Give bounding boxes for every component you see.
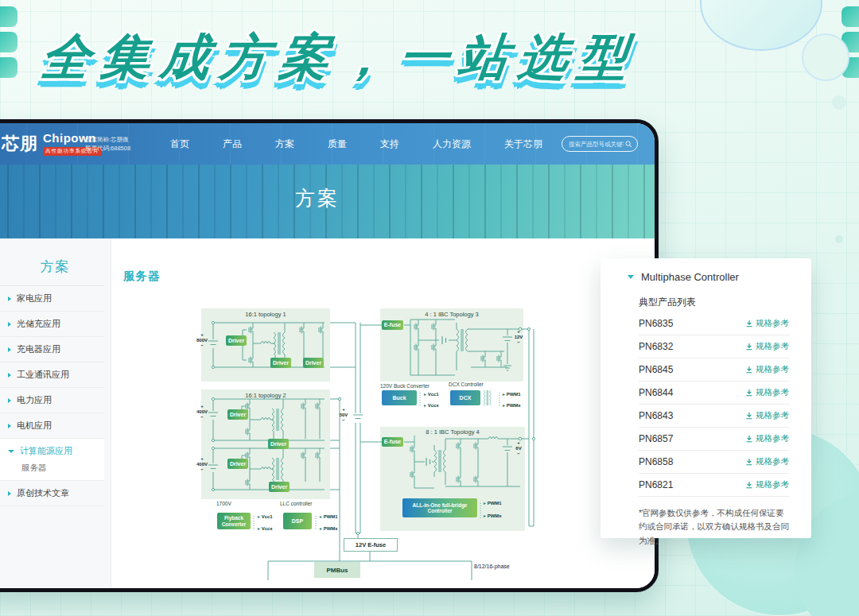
product-name: PN6858 [639, 456, 673, 467]
main-nav: 首页 产品 方案 质量 支持 人力资源 关于芯朋 [170, 123, 542, 165]
phase-label: 8/12/16-phase [474, 564, 510, 569]
banner-title: 方案 [270, 185, 365, 211]
product-row[interactable]: PN6845 规格参考 [639, 358, 789, 382]
stock-code: 股票代码:688508 [85, 144, 130, 153]
allinone-controller-chip: ALL-in-One full-bridge Controller [402, 498, 477, 517]
download-icon [745, 458, 753, 466]
product-panel-header[interactable]: Multiphase Controller [628, 271, 789, 283]
product-name: PN6835 [639, 318, 673, 329]
sidebar-item-industrial[interactable]: 工业通讯应用 [0, 362, 104, 388]
allinone-output-pwm1: PWM1 [484, 500, 502, 506]
product-panel: Multiphase Controller 典型产品列表 PN6835 规格参考… [601, 258, 811, 538]
allinone-output-pwmx: PWMx [484, 513, 502, 518]
nav-hr[interactable]: 人力资源 [433, 138, 471, 151]
product-name: PN6844 [639, 387, 673, 398]
chevron-right-icon [8, 424, 11, 428]
search-input[interactable] [567, 140, 625, 149]
voltage-800v: +800V− [192, 332, 212, 349]
sidebar-item-charger[interactable]: 充电器应用 [0, 337, 104, 362]
sidebar-item-home-appliance[interactable]: 家电应用 [0, 286, 104, 312]
product-row[interactable]: PN6835 规格参考 [639, 312, 789, 335]
topology3-title: 4 : 1 IBC Topology 3 [380, 311, 523, 318]
dsp-chip: DSP [283, 513, 312, 529]
driver-chip: Driver [269, 482, 290, 492]
page-title: 服务器 [123, 269, 161, 284]
voltage-6v: +6V− [511, 440, 527, 457]
sidebar-item-computing-power[interactable]: 计算能源应用 服务器 [0, 439, 104, 481]
voltage-400v: +400V− [192, 456, 212, 473]
pmbus-box: PMBus [314, 562, 360, 578]
spec-download-link[interactable]: 规格参考 [745, 364, 789, 375]
download-icon [745, 481, 753, 489]
chevron-right-icon [8, 373, 11, 378]
driver-chip: Driver [227, 409, 248, 420]
chevron-down-icon [8, 450, 14, 453]
decor-circle [802, 33, 849, 81]
sidebar: 方案 家电应用 光储充应用 充电器应用 工业通讯应用 电力应用 电机应用 计算能… [0, 238, 111, 588]
driver-chip: Driver [227, 459, 248, 469]
nav-quality[interactable]: 质量 [328, 138, 347, 151]
voltage-50v: +50V− [334, 407, 353, 424]
decor-circle [700, 0, 822, 51]
spec-download-link[interactable]: 规格参考 [745, 341, 789, 352]
spec-download-link[interactable]: 规格参考 [745, 479, 789, 490]
product-row[interactable]: PN6858 规格参考 [639, 451, 789, 474]
product-row[interactable]: PN6821 规格参考 [639, 474, 789, 497]
product-row[interactable]: PN6843 规格参考 [639, 405, 789, 428]
download-icon [745, 435, 753, 443]
product-list-subtitle: 典型产品列表 [639, 296, 789, 309]
driver-chip: Driver [303, 358, 324, 368]
nav-solutions[interactable]: 方案 [275, 138, 294, 151]
nav-home[interactable]: 首页 [170, 138, 189, 151]
search-box[interactable] [562, 136, 638, 152]
spec-download-link[interactable]: 规格参考 [745, 433, 789, 444]
product-name: PN6843 [639, 410, 673, 421]
page-banner: 方案 首页 > 方案 > 计算能源应用 [0, 165, 655, 238]
spec-download-link[interactable]: 规格参考 [745, 318, 789, 329]
spec-download-link[interactable]: 规格参考 [745, 410, 789, 421]
decor-circle [832, 95, 846, 110]
product-row[interactable]: PN6857 规格参考 [639, 428, 789, 451]
dsp-output-pwmx: PWMx [320, 525, 338, 531]
spec-download-link[interactable]: 规格参考 [745, 387, 789, 398]
disclaimer-text: *官网参数仅供参考，不构成任何保证要约或合同承诺，以双方确认规格书及合同为准。 [639, 506, 789, 548]
flyback-output-vcc1: Vcc1 [258, 513, 273, 519]
circuit-wires [191, 291, 565, 580]
nav-products[interactable]: 产品 [223, 138, 242, 151]
nav-support[interactable]: 支持 [380, 138, 399, 151]
product-row[interactable]: PN6844 规格参考 [639, 382, 789, 405]
flyback-output-vccx: Vccx [258, 525, 273, 531]
sidebar-item-solar-storage[interactable]: 光储充应用 [0, 312, 104, 337]
server-power-diagram: 16:1 topology 1 16:1 topology 2 4 : 1 IB… [191, 291, 565, 580]
product-name: PN6845 [639, 364, 673, 375]
product-name: PN6832 [639, 341, 673, 352]
dcx-output-pwmx: PWMx [503, 402, 521, 408]
sidebar-item-motor[interactable]: 电机应用 [0, 413, 104, 439]
download-icon [745, 389, 753, 397]
driver-chip: Driver [226, 335, 247, 346]
decor-circle [835, 235, 843, 243]
topology2-title: 16:1 topology 2 [201, 392, 330, 399]
dcx-chip: DCX [450, 390, 480, 405]
spec-download-link[interactable]: 规格参考 [745, 456, 789, 467]
sidebar-item-articles[interactable]: 原创技术文章 [0, 481, 104, 506]
sidebar-title: 方案 [0, 258, 111, 276]
chevron-right-icon [8, 347, 11, 352]
nav-about[interactable]: 关于芯朋 [504, 138, 542, 151]
sidebar-item-power[interactable]: 电力应用 [0, 388, 104, 413]
decor-square [0, 57, 17, 78]
download-icon [745, 320, 753, 327]
decor-square [0, 6, 17, 27]
efuse-chip: E-fuse [382, 437, 403, 447]
sidebar-subitem-server[interactable]: 服务器 [21, 463, 99, 474]
chevron-right-icon [8, 398, 11, 403]
voltage-12v: +12V− [511, 329, 527, 346]
hero-title: 全集成方案，一站选型 [38, 24, 602, 91]
driver-chip: Driver [268, 439, 289, 449]
download-icon [745, 412, 753, 420]
stock-name: 股票简称:芯朋微 [85, 135, 130, 144]
buck-output-vccx: Vccx [424, 402, 439, 408]
chevron-right-icon [8, 491, 11, 496]
search-icon[interactable] [625, 141, 632, 148]
product-row[interactable]: PN6832 规格参考 [639, 335, 789, 358]
